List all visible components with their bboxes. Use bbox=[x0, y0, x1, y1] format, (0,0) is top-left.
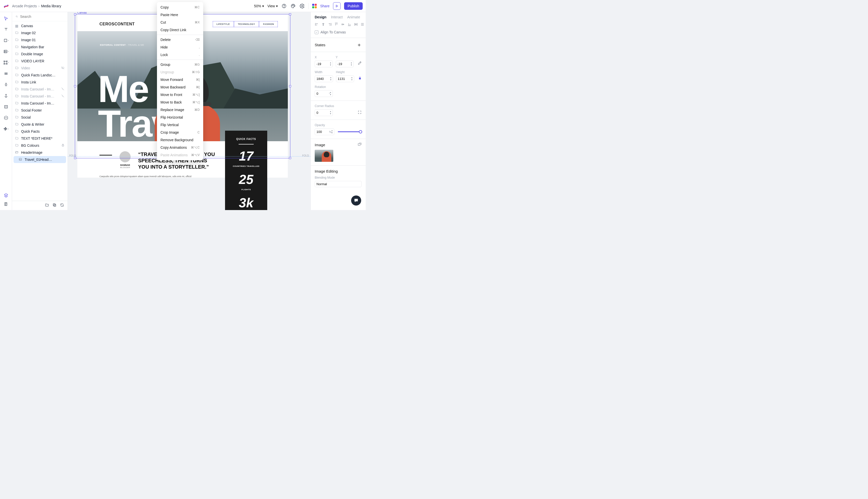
layer-item[interactable]: Double Image bbox=[12, 50, 67, 58]
ctx-copy-link[interactable]: Copy Direct Link bbox=[157, 26, 203, 34]
ctx-crop[interactable]: Crop ImageC bbox=[157, 129, 203, 136]
hidden-icon[interactable] bbox=[61, 94, 64, 98]
ctx-replace-image[interactable]: Replace Image⌘D bbox=[157, 106, 203, 113]
ctx-hide[interactable]: Hide, bbox=[157, 44, 203, 51]
align-center-v-icon[interactable] bbox=[341, 22, 345, 27]
image-thumbnail[interactable] bbox=[315, 150, 333, 162]
layer-item[interactable]: VIDEO LAYER bbox=[12, 58, 67, 64]
sdk-tool-icon[interactable]: SDK bbox=[3, 115, 9, 121]
distribute-h-icon[interactable] bbox=[354, 22, 358, 27]
layer-canvas[interactable]: ▦ Canvas bbox=[12, 22, 67, 29]
expand-corners-icon[interactable] bbox=[358, 110, 362, 115]
palette-icon[interactable] bbox=[290, 3, 296, 9]
plugins-tool-icon[interactable]: › bbox=[3, 126, 9, 132]
tab-design[interactable]: Design bbox=[315, 15, 326, 19]
breadcrumb-current[interactable]: Media library bbox=[41, 4, 61, 8]
lines-tool-icon[interactable] bbox=[3, 71, 9, 76]
tab-interact[interactable]: Interact bbox=[331, 15, 343, 19]
layer-item[interactable]: BG Colours bbox=[12, 142, 67, 149]
layer-item[interactable]: Insta Carousel - Im… bbox=[12, 100, 67, 107]
view-dropdown[interactable]: View▾ bbox=[268, 4, 278, 8]
align-right-icon[interactable] bbox=[328, 22, 332, 27]
layer-item[interactable]: Insta Link bbox=[12, 78, 67, 86]
layer-item[interactable]: Quote & Writer bbox=[12, 121, 67, 128]
rotation-input[interactable]: °▴▾ bbox=[315, 90, 333, 97]
replace-image-icon[interactable] bbox=[358, 143, 362, 147]
x-input[interactable]: ▴▾ bbox=[315, 61, 333, 67]
ctx-flip-v[interactable]: Flip Vertical bbox=[157, 121, 203, 129]
tab-animate[interactable]: Animate bbox=[347, 15, 360, 19]
duplicate-icon[interactable] bbox=[52, 203, 57, 208]
opacity-input[interactable]: %▴▾ bbox=[315, 129, 334, 135]
path-tool-icon[interactable]: › bbox=[3, 60, 9, 65]
shape-tool-icon[interactable]: › bbox=[3, 38, 9, 43]
ctx-lock[interactable]: Lock. bbox=[157, 51, 203, 59]
align-to-canvas-row[interactable]: ✓ Align To Canvas bbox=[311, 29, 366, 38]
publish-button[interactable]: Publish bbox=[344, 2, 363, 10]
ctx-move-forward[interactable]: Move Forward⌘] bbox=[157, 76, 203, 83]
align-center-h-icon[interactable] bbox=[321, 22, 325, 27]
help-icon[interactable] bbox=[281, 3, 287, 9]
width-input[interactable]: ▴▾ bbox=[315, 75, 333, 82]
sync-icon[interactable] bbox=[60, 203, 64, 208]
share-button[interactable]: Share bbox=[320, 4, 330, 8]
layer-item[interactable]: Navigation Bar bbox=[12, 44, 67, 50]
ctx-group[interactable]: Group⌘G bbox=[157, 61, 203, 68]
layer-item[interactable]: Social bbox=[12, 114, 67, 121]
ctx-paste-here[interactable]: Paste Here bbox=[157, 11, 203, 19]
settings-icon[interactable] bbox=[299, 3, 305, 9]
blend-mode-select[interactable]: Normal bbox=[315, 181, 362, 187]
text-tool-icon[interactable] bbox=[3, 27, 9, 32]
anchor-tool-icon[interactable] bbox=[3, 93, 9, 98]
ctx-move-front[interactable]: Move to Front⌘⌥] bbox=[157, 91, 203, 98]
new-folder-icon[interactable] bbox=[45, 203, 49, 208]
layer-item[interactable]: Video bbox=[12, 64, 67, 72]
ctx-move-backward[interactable]: Move Backward⌘[ bbox=[157, 83, 203, 91]
nav-pill[interactable]: FASHION bbox=[259, 21, 278, 27]
y-input[interactable]: ▴▾ bbox=[336, 61, 354, 67]
layer-item[interactable]: Image 01 bbox=[12, 36, 67, 44]
layer-item[interactable]: Quick Facts Landsc… bbox=[12, 72, 67, 78]
add-state-icon[interactable]: ＋ bbox=[357, 41, 362, 48]
lock-aspect-icon[interactable] bbox=[358, 76, 362, 81]
hidden-icon[interactable] bbox=[61, 87, 64, 92]
layer-item[interactable]: Insta Carousel - Im… bbox=[12, 86, 67, 93]
nav-pill[interactable]: LIFESTYLE bbox=[213, 21, 234, 27]
distribute-v-icon[interactable] bbox=[360, 22, 364, 27]
breadcrumb-parent[interactable]: Arcade Projects bbox=[12, 4, 37, 8]
search-input[interactable] bbox=[20, 15, 64, 19]
chat-bubble-icon[interactable] bbox=[351, 195, 361, 206]
ctx-cut[interactable]: Cut⌘X bbox=[157, 19, 203, 26]
select-tool-icon[interactable] bbox=[3, 15, 9, 21]
ctx-copy-animations[interactable]: Copy Animations⌘⌥C bbox=[157, 144, 203, 151]
height-input[interactable]: ▴▾ bbox=[336, 75, 355, 82]
preview-button[interactable] bbox=[333, 2, 340, 10]
corner-radius-input[interactable]: ▴▾ bbox=[315, 109, 333, 116]
layer-item[interactable]: Insta Carousel - Im… bbox=[12, 93, 67, 100]
opacity-slider[interactable] bbox=[337, 129, 362, 135]
layer-item-selected[interactable]: Travel_01Head… bbox=[14, 156, 66, 163]
align-left-icon[interactable] bbox=[315, 22, 319, 27]
zoom-control[interactable]: 50%▾ bbox=[254, 4, 264, 8]
layer-item[interactable]: Social Footer bbox=[12, 107, 67, 114]
hidden-icon[interactable] bbox=[61, 66, 64, 70]
layer-item[interactable]: Image 02 bbox=[12, 29, 67, 36]
layers-panel-icon[interactable] bbox=[3, 193, 9, 198]
embed-tool-icon[interactable] bbox=[3, 104, 9, 110]
ctx-remove-bg[interactable]: Remove Background bbox=[157, 136, 203, 144]
image-tool-icon[interactable]: › bbox=[3, 49, 9, 54]
ctx-flip-h[interactable]: Flip Horizontal bbox=[157, 113, 203, 121]
layer-item[interactable]: Quick Facts bbox=[12, 128, 67, 135]
layer-item-open[interactable]: HeaderImage bbox=[12, 149, 67, 156]
pen-tool-icon[interactable] bbox=[3, 82, 9, 87]
pages-panel-icon[interactable] bbox=[3, 202, 9, 207]
apps-icon[interactable] bbox=[312, 4, 317, 8]
checkbox-icon[interactable]: ✓ bbox=[315, 31, 319, 34]
lock-icon[interactable] bbox=[61, 144, 64, 147]
align-bottom-icon[interactable] bbox=[347, 22, 351, 27]
ctx-copy[interactable]: Copy⌘C bbox=[157, 3, 203, 11]
align-top-icon[interactable] bbox=[334, 22, 338, 27]
eyedropper-icon[interactable] bbox=[358, 61, 362, 66]
ctx-move-back[interactable]: Move to Back⌘⌥[ bbox=[157, 98, 203, 106]
layer-item[interactable]: TEXT *EDIT HERE* bbox=[12, 135, 67, 142]
